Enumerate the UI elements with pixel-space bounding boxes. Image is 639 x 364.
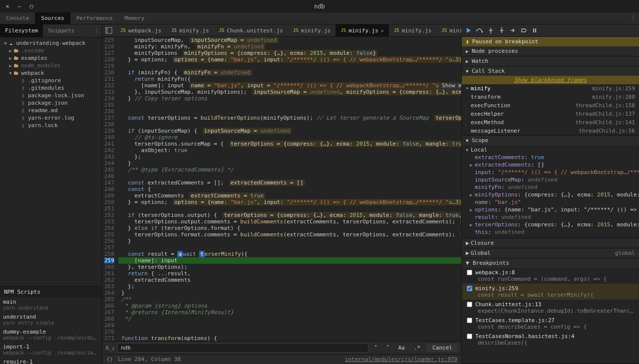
editor-tab[interactable]: JSminify.js: [288, 24, 335, 36]
breakpoint-item[interactable]: TestCases.template.js:27const describeCa…: [462, 316, 639, 332]
show-blackboxed-link[interactable]: Show blackboxed frames: [462, 76, 639, 84]
step-over-icon[interactable]: [475, 25, 485, 35]
step-into-icon[interactable]: [486, 25, 496, 35]
step-icon[interactable]: [508, 25, 518, 35]
deactivate-breakpoints-icon[interactable]: [519, 25, 529, 35]
line-number[interactable]: 239: [104, 128, 114, 134]
code-area[interactable]: inputSourceMap, inputSourceMap = undefin…: [118, 37, 461, 341]
scope-closure[interactable]: ▶Closure: [462, 238, 639, 248]
line-number[interactable]: 235: [104, 102, 114, 108]
line-number[interactable]: 257: [104, 244, 114, 251]
pause-on-exceptions-icon[interactable]: [530, 25, 540, 35]
line-number[interactable]: 267: [104, 309, 114, 316]
window-maximize-icon[interactable]: ▢: [28, 3, 35, 10]
line-number[interactable]: 241: [104, 141, 114, 147]
stack-frame[interactable]: transformminify.js:280: [462, 93, 639, 101]
gutter[interactable]: 2252262272282292302312322332342352362372…: [102, 37, 118, 341]
line-number[interactable]: 252: [104, 212, 114, 218]
tree-item[interactable]: ▯yarn-error.log: [0, 114, 102, 122]
breakpoint-checkbox[interactable]: [467, 270, 472, 275]
scope-variable[interactable]: extractComments: true: [462, 154, 639, 161]
match-case-toggle[interactable]: Aa: [395, 344, 408, 352]
npm-script-item[interactable]: mainyarn understand: [0, 297, 102, 312]
stack-frame[interactable]: execHelperthreadChild.js:137: [462, 110, 639, 118]
stack-frame[interactable]: ➤minifyminify.js:259: [462, 84, 639, 93]
find-next-icon[interactable]: ˅: [383, 344, 392, 352]
tree-item[interactable]: ▯package-lock.json: [0, 92, 102, 99]
section-node-processes[interactable]: ▶Node processes: [462, 46, 639, 56]
line-number[interactable]: 229: [104, 63, 114, 69]
line-number[interactable]: 236: [104, 108, 114, 115]
tree-item[interactable]: ▯.gitignore: [0, 77, 102, 84]
tree-root[interactable]: ▼☁understanding-webpack: [0, 39, 102, 47]
resume-icon[interactable]: [464, 25, 474, 35]
line-number[interactable]: 269: [104, 322, 114, 329]
subtab-snippets[interactable]: Snippets: [43, 24, 79, 37]
line-number[interactable]: 268: [104, 316, 114, 322]
line-number[interactable]: 264: [104, 290, 114, 296]
find-mode-icon[interactable]: A̲ᵦ: [105, 345, 114, 351]
tab-sources[interactable]: Sources: [35, 12, 70, 24]
line-number[interactable]: 249: [104, 192, 114, 199]
pretty-print-icon[interactable]: {}: [106, 356, 113, 363]
breakpoint-item[interactable]: Chunk.unittest.js:13expect(ChunkInstance…: [462, 300, 639, 316]
close-tab-icon[interactable]: ✕: [381, 28, 384, 33]
line-number[interactable]: 246: [104, 173, 114, 180]
editor-tab[interactable]: JSChunk.unittest.js: [214, 24, 288, 36]
breakpoint-checkbox[interactable]: [467, 286, 472, 291]
section-callstack[interactable]: ▼Call Stack: [462, 66, 639, 76]
find-prev-icon[interactable]: ˄: [371, 344, 380, 352]
tree-item[interactable]: ▯yarn.lock: [0, 122, 102, 129]
npm-script-item[interactable]: require-1webpack --config ./examples/req…: [0, 357, 102, 364]
window-minimize-icon[interactable]: —: [16, 3, 23, 10]
step-out-icon[interactable]: [497, 25, 507, 35]
line-number[interactable]: 240: [104, 134, 114, 141]
tree-item[interactable]: ▯.gitmodules: [0, 84, 102, 92]
stack-frame[interactable]: execMethodthreadChild.js:141: [462, 118, 639, 127]
navigator-toggle-icon[interactable]: [102, 24, 115, 36]
editor-tab[interactable]: JSminify.js: [436, 24, 461, 36]
line-number[interactable]: 265: [104, 296, 114, 303]
line-number[interactable]: 238: [104, 121, 114, 128]
line-number[interactable]: 270: [104, 329, 114, 335]
overflow-menu-icon[interactable]: ⋮: [627, 12, 639, 24]
scope-variable[interactable]: this: undefined: [462, 228, 639, 236]
line-number[interactable]: 260: [104, 264, 114, 270]
line-number[interactable]: 253: [104, 218, 114, 225]
subtab-overflow-icon[interactable]: ⋮: [91, 24, 102, 37]
line-number[interactable]: 244: [104, 160, 114, 167]
breakpoint-checkbox[interactable]: [467, 334, 472, 339]
scope-variable[interactable]: minifyFn: undefined: [462, 183, 639, 191]
line-number[interactable]: 232: [104, 82, 114, 89]
npm-script-item[interactable]: understandyarn entry-simple: [0, 312, 102, 327]
tree-item[interactable]: ▶🖿.vscode: [0, 47, 102, 54]
tab-memory[interactable]: Memory: [119, 12, 151, 24]
code-editor[interactable]: 2252262272282292302312322332342352362372…: [102, 37, 461, 341]
breakpoint-item[interactable]: minify.js:259const result = await terser…: [462, 284, 639, 300]
line-number[interactable]: 266: [104, 303, 114, 309]
line-number[interactable]: 255: [104, 231, 114, 238]
line-number[interactable]: 237: [104, 115, 114, 121]
tree-item[interactable]: ▼🖿webpack: [0, 69, 102, 77]
tab-performance[interactable]: Performance: [70, 12, 119, 24]
scope-variable[interactable]: ▶terserOptions: {compress: {…}, ecma: 20…: [462, 221, 639, 228]
line-number[interactable]: 234: [104, 95, 114, 102]
line-number[interactable]: 247: [104, 180, 114, 186]
file-tree[interactable]: ▼☁understanding-webpack▶🖿.vscode▶🖿exampl…: [0, 37, 102, 286]
section-watch[interactable]: ▶Watch: [462, 56, 639, 66]
scope-variable[interactable]: name: "bar.js": [462, 198, 639, 206]
line-number[interactable]: 258: [104, 251, 114, 257]
editor-tab[interactable]: JSminify.js✕: [335, 24, 388, 36]
line-number[interactable]: 242: [104, 147, 114, 154]
line-number[interactable]: 228: [104, 56, 114, 63]
line-number[interactable]: 271: [104, 335, 114, 341]
editor-tab[interactable]: JSminify.js: [166, 24, 214, 36]
line-number[interactable]: 250: [104, 199, 114, 205]
section-scope[interactable]: ▼Scope: [462, 136, 639, 145]
line-number[interactable]: 248: [104, 186, 114, 192]
scope-variable[interactable]: ▶extractedComments: []: [462, 161, 639, 169]
scope-variable[interactable]: input: "/******/ (() => { // webpackBoot…: [462, 169, 639, 176]
regex-toggle[interactable]: .*: [411, 344, 423, 352]
scope-variable[interactable]: ▶options: {name: "bar.js", input: "/****…: [462, 206, 639, 213]
line-number[interactable]: 243: [104, 154, 114, 160]
